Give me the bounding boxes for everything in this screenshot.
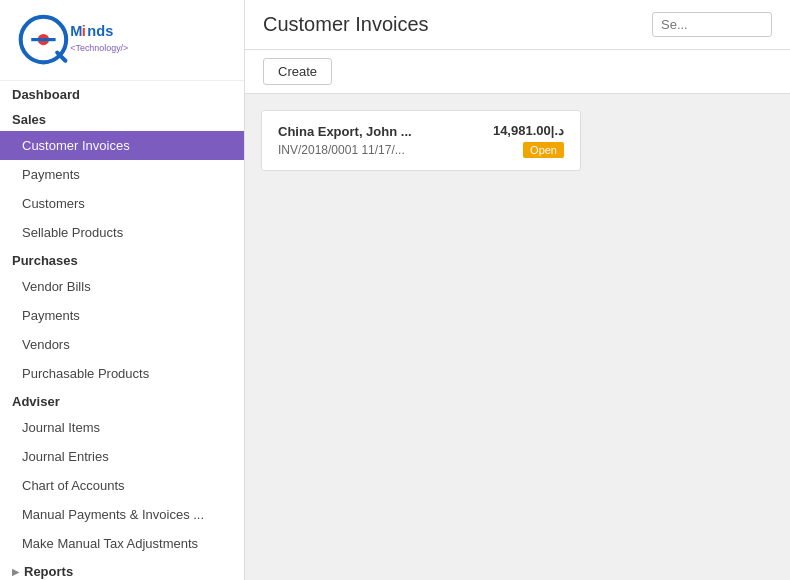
sidebar-item-chart-of-accounts[interactable]: Chart of Accounts [0, 471, 244, 500]
page-title: Customer Invoices [263, 13, 429, 36]
sidebar-item-journal-entries[interactable]: Journal Entries [0, 442, 244, 471]
sidebar-item-sellable-products[interactable]: Sellable Products [0, 218, 244, 247]
invoice-right: 14,981.00|.د Open [493, 123, 564, 158]
sidebar-item-payments-sales[interactable]: Payments [0, 160, 244, 189]
create-button[interactable]: Create [263, 58, 332, 85]
sidebar-item-vendors[interactable]: Vendors [0, 330, 244, 359]
section-reports[interactable]: Reports [0, 558, 244, 580]
invoice-name: China Export, John ... [278, 124, 412, 139]
sidebar-item-manual-payments-invoices[interactable]: Manual Payments & Invoices ... [0, 500, 244, 529]
invoice-left: China Export, John ... INV/2018/0001 11/… [278, 124, 412, 157]
toolbar: Create [245, 50, 790, 94]
sidebar-item-purchasable-products[interactable]: Purchasable Products [0, 359, 244, 388]
sidebar-item-make-manual-tax-adjustments[interactable]: Make Manual Tax Adjustments [0, 529, 244, 558]
table-row[interactable]: China Export, John ... INV/2018/0001 11/… [261, 110, 581, 171]
sidebar: M i nds <Technology/> Dashboard Sales Cu… [0, 0, 245, 580]
status-badge: Open [523, 142, 564, 158]
sidebar-item-customer-invoices[interactable]: Customer Invoices [0, 131, 244, 160]
svg-text:nds: nds [87, 23, 113, 39]
top-bar: Customer Invoices [245, 0, 790, 50]
sidebar-item-customers[interactable]: Customers [0, 189, 244, 218]
logo-area: M i nds <Technology/> [0, 0, 244, 81]
svg-text:M: M [70, 23, 82, 39]
sidebar-item-payments-purchases[interactable]: Payments [0, 301, 244, 330]
svg-text:i: i [82, 23, 86, 39]
main-content: Customer Invoices Create China Export, J… [245, 0, 790, 580]
search-input[interactable] [652, 12, 772, 37]
invoice-amount: 14,981.00|.د [493, 123, 564, 138]
svg-text:<Technology/>: <Technology/> [70, 43, 128, 53]
section-purchases[interactable]: Purchases [0, 247, 244, 272]
sidebar-item-vendor-bills[interactable]: Vendor Bills [0, 272, 244, 301]
section-sales[interactable]: Sales [0, 106, 244, 131]
section-adviser[interactable]: Adviser [0, 388, 244, 413]
content-area: China Export, John ... INV/2018/0001 11/… [245, 94, 790, 580]
invoice-ref: INV/2018/0001 11/17/... [278, 143, 412, 157]
sidebar-item-journal-items[interactable]: Journal Items [0, 413, 244, 442]
logo: M i nds <Technology/> [15, 10, 145, 70]
dashboard-link[interactable]: Dashboard [0, 81, 244, 106]
svg-line-1 [57, 53, 65, 61]
